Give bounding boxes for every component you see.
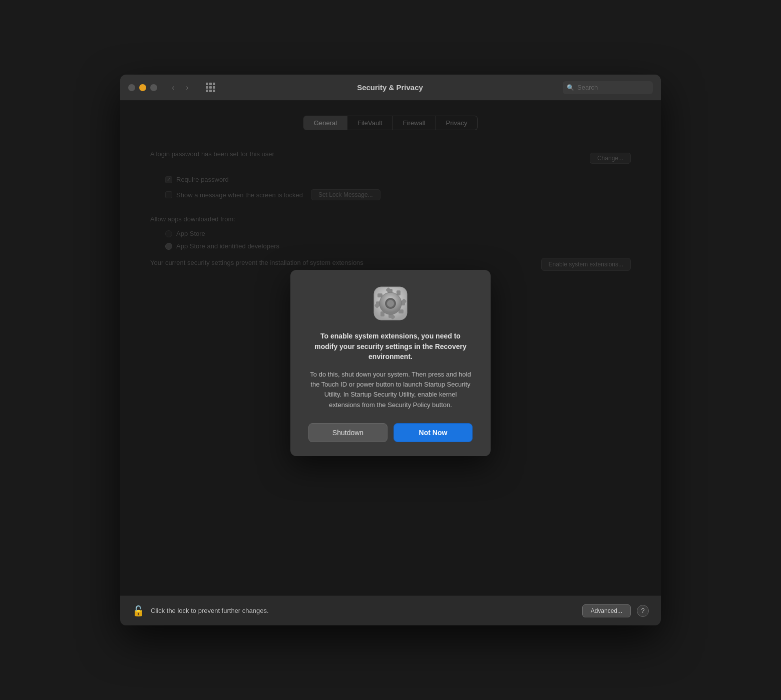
modal-overlay: To enable system extensions, you need to… xyxy=(120,101,661,625)
modal-buttons: Shutdown Not Now xyxy=(308,423,473,442)
modal-body: To do this, shut down your system. Then … xyxy=(308,370,473,410)
shutdown-button[interactable]: Shutdown xyxy=(308,423,387,442)
grid-button[interactable] xyxy=(203,81,217,95)
traffic-lights xyxy=(128,84,157,91)
titlebar: ‹ › Security & Privacy 🔍 Search xyxy=(120,75,661,101)
svg-point-15 xyxy=(387,300,394,307)
modal-dialog: To enable system extensions, you need to… xyxy=(290,270,491,456)
advanced-button[interactable]: Advanced... xyxy=(582,604,631,617)
content-area: General FileVault Firewall Privacy A log… xyxy=(120,101,661,625)
modal-title: To enable system extensions, you need to… xyxy=(308,331,473,362)
search-icon: 🔍 xyxy=(567,84,574,91)
not-now-button[interactable]: Not Now xyxy=(394,423,473,442)
close-button[interactable] xyxy=(128,84,135,91)
grid-icon xyxy=(206,83,215,92)
forward-button[interactable]: › xyxy=(181,82,193,94)
system-preferences-icon xyxy=(373,286,408,321)
minimize-button[interactable] xyxy=(139,84,146,91)
lock-icon: 🔓 xyxy=(132,605,145,617)
bottom-bar: 🔓 Click the lock to prevent further chan… xyxy=(120,595,661,625)
nav-buttons: ‹ › xyxy=(167,82,193,94)
search-box[interactable]: 🔍 Search xyxy=(563,81,653,94)
maximize-button[interactable] xyxy=(150,84,157,91)
lock-label: Click the lock to prevent further change… xyxy=(151,607,576,614)
back-button[interactable]: ‹ xyxy=(167,82,179,94)
search-placeholder: Search xyxy=(577,84,598,91)
main-window: ‹ › Security & Privacy 🔍 Search General … xyxy=(120,75,661,625)
help-button[interactable]: ? xyxy=(637,605,649,617)
window-title: Security & Privacy xyxy=(223,83,557,92)
